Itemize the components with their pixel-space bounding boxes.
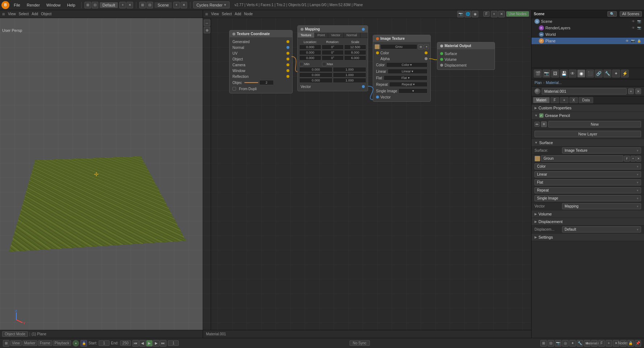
outliner-scene-render[interactable]: 📷 (637, 20, 641, 23)
ne-world-icon[interactable]: 🌐 (465, 11, 471, 17)
statusbar-sync[interactable]: No Sync (350, 340, 370, 346)
node-it-flat-val[interactable]: Flat ▾ (384, 75, 428, 80)
it-img-selector[interactable]: Groun (541, 155, 623, 162)
grease-pencil-check[interactable]: ✓ (539, 113, 544, 118)
props-icon-particles[interactable]: ✦ (612, 70, 620, 77)
node-tab-normal[interactable]: Normal (344, 33, 360, 38)
layout-btn-4[interactable]: ⊟ (146, 2, 153, 8)
node-image-texture[interactable]: Image Texture Grou ⊞ ✕ Color Alpha (373, 35, 431, 102)
frame-end-btn[interactable]: ⏭ (160, 340, 166, 347)
gp-pencil-icon[interactable]: ✏ (534, 122, 540, 127)
section-volume[interactable]: ▶ Volume (532, 210, 644, 218)
outliner-item-scene[interactable]: S Scene 👁 📷 (532, 18, 644, 25)
props-tab-data[interactable]: Data (579, 97, 593, 103)
props-icon-constraints[interactable]: 🔗 (595, 70, 603, 77)
node-tab-vector[interactable]: Vector (328, 33, 344, 38)
ne-material-icon[interactable]: ◉ (472, 11, 478, 17)
outliner-plane-render[interactable]: 📷 (631, 39, 635, 43)
statusbar-tool-1[interactable]: ⊞ (3, 340, 9, 347)
gp-new-btn[interactable]: New (548, 121, 641, 127)
gp-new-layer-btn[interactable]: New Layer (534, 131, 641, 137)
section-grease-pencil[interactable]: ▼ ✓ Grease Pencil (532, 112, 644, 120)
section-settings[interactable]: ▶ Settings (532, 234, 644, 241)
mapping-scale-x[interactable]: 12.500 (344, 45, 366, 50)
repeat-value[interactable]: Repeat ▾ (534, 187, 641, 193)
material-users-btn[interactable]: + (628, 88, 634, 94)
props-icon-object[interactable]: ⬛ (586, 70, 594, 77)
mapping-min-z[interactable]: 0.000 (299, 78, 333, 83)
menu-render[interactable]: Render (24, 2, 43, 8)
node-it-img-name[interactable]: Grou (380, 44, 417, 49)
node-tab-point[interactable]: Point (315, 33, 329, 38)
mapping-loc-y[interactable]: 0.000 (299, 50, 321, 55)
linear-value[interactable]: Linear ▾ (534, 171, 641, 177)
node-it-single-val[interactable]: ▾ (399, 88, 428, 93)
mapping-scale-y[interactable]: 8.000 (344, 50, 366, 55)
it-img-f-btn[interactable]: F (624, 156, 630, 162)
outliner-item-plane[interactable]: P Plane 👁 📷 🔒 (532, 38, 644, 44)
props-icon-view[interactable]: 👁 (569, 70, 577, 77)
section-displacement[interactable]: ▶ Displacement (532, 218, 644, 226)
ne-view[interactable]: View (211, 12, 219, 16)
sb-tool-2[interactable]: ⊟ (548, 340, 554, 347)
node-mapping[interactable]: Mapping Texture Point Vector Normal Loca… (297, 25, 368, 91)
sb-lock[interactable]: 🔒 (627, 340, 634, 347)
outliner-scene-vis[interactable]: 👁 (632, 20, 635, 23)
outliner-item-world[interactable]: W World (532, 31, 644, 38)
frame-start-btn[interactable]: ⏮ (132, 340, 139, 347)
sb-tool-3[interactable]: 📷 (555, 340, 561, 347)
props-icon-physics[interactable]: ⚡ (621, 70, 629, 77)
it-img-add-btn[interactable]: + (631, 156, 636, 162)
node-tab-texture[interactable]: Texture (298, 33, 315, 38)
mapping-rot-z[interactable]: 0° (322, 55, 344, 60)
props-icon-output[interactable]: 💾 (560, 70, 568, 77)
statusbar-current-frame[interactable]: 1 (168, 340, 179, 346)
mapping-scale-z[interactable]: 6.000 (344, 55, 366, 60)
layout-btn-2[interactable]: ⊟ (92, 2, 98, 8)
displacement-prop-value[interactable]: Default ▾ (562, 226, 641, 232)
ne-add[interactable]: Add (235, 12, 241, 16)
mapping-max-y[interactable]: 1.000 (333, 72, 366, 77)
frame-prev-btn[interactable]: ◀ (139, 340, 146, 347)
menu-help[interactable]: Help (64, 2, 78, 8)
sb-tool-6[interactable]: 🔧 (577, 340, 583, 347)
node-tc-dupli-check[interactable] (232, 87, 236, 91)
statusbar-frame[interactable]: Frame (38, 340, 52, 346)
layout-btn-1[interactable]: ⊞ (84, 2, 91, 8)
scene-add[interactable]: + (173, 2, 180, 8)
props-icon-render[interactable]: 📷 (542, 70, 550, 77)
props-tab-material[interactable]: Materi (533, 97, 550, 103)
breadcrumb-plan[interactable]: Plan (534, 81, 542, 85)
blender-logo[interactable]: B (1, 1, 9, 9)
props-tab-add-mat[interactable]: + (560, 97, 569, 103)
outliner-rl-vis[interactable]: 👁 (632, 26, 635, 30)
node-texture-coordinate[interactable]: Texture Coordinate Generated Normal UV (229, 30, 293, 93)
statusbar-icon-1[interactable]: ● (73, 340, 79, 347)
viewport-canvas[interactable]: User Persp ✛ Z Y (0, 18, 203, 338)
sb-tool-1[interactable]: ⊞ (540, 340, 547, 347)
sb-add-btn[interactable]: + (606, 340, 612, 347)
sb-tool-4[interactable]: ◎ (562, 340, 569, 347)
workspace-default[interactable]: Default (100, 2, 118, 8)
gp-add-btn[interactable]: + (541, 121, 547, 127)
workspace-scene[interactable]: Scene (154, 2, 172, 8)
node-it-linear-val[interactable]: Linear ▾ (388, 69, 428, 74)
layout-btn-3[interactable]: ⊞ (139, 2, 146, 8)
frame-next-btn[interactable]: ▶ (153, 340, 160, 347)
outliner-rl-render[interactable]: 📷 (637, 26, 641, 30)
props-icon-material[interactable]: ◉ (577, 70, 585, 77)
mapping-loc-x[interactable]: 0.000 (299, 45, 321, 50)
workspace-close[interactable]: ✕ (127, 2, 133, 8)
max-check[interactable] (322, 62, 326, 66)
workspace-add[interactable]: + (119, 2, 126, 8)
props-icon-render2[interactable]: 🖼 (551, 70, 559, 77)
node-tc-obj-color[interactable] (244, 82, 259, 83)
mapping-rot-y[interactable]: 0° (322, 50, 344, 55)
node-it-img-browse[interactable]: ⊞ (418, 44, 423, 49)
outliner-plane-lock[interactable]: 🔒 (637, 39, 641, 43)
it-img-close-btn[interactable]: ✕ (636, 156, 641, 162)
sb-pin[interactable]: 📌 (635, 340, 641, 347)
ne-add-btn[interactable]: + (491, 11, 498, 17)
outliner-plane-vis[interactable]: 👁 (626, 39, 629, 43)
mapping-max-z[interactable]: 1.000 (333, 78, 366, 83)
